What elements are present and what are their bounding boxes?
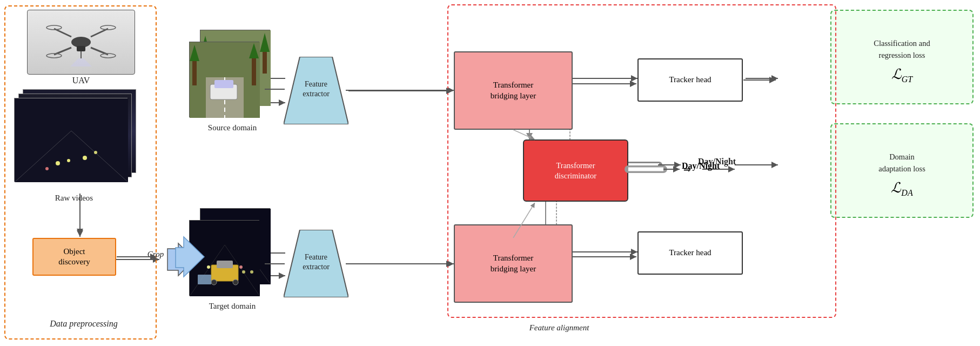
svg-point-39 — [94, 151, 97, 154]
raw-videos-label: Raw videos — [12, 194, 136, 203]
svg-point-81 — [250, 270, 253, 274]
data-preprocessing-label: Data preprocessing — [22, 319, 146, 329]
uav-image — [27, 10, 135, 75]
svg-rect-45 — [263, 49, 267, 74]
source-domain-images — [189, 30, 267, 119]
svg-rect-32 — [15, 98, 128, 182]
target-domain-images — [189, 208, 267, 297]
svg-text:extractor: extractor — [303, 90, 330, 98]
feature-extractor-top: Feature extractor — [284, 57, 348, 124]
source-domain-label: Source domain — [189, 123, 276, 132]
svg-point-35 — [56, 161, 60, 165]
target-domain-label: Target domain — [189, 302, 276, 311]
diagram-container: Data preprocessing UAV — [0, 0, 980, 346]
svg-rect-74 — [217, 261, 233, 268]
svg-point-38 — [83, 156, 87, 160]
uav-label: UAV — [27, 76, 135, 85]
feature-extractor-bottom: Feature extractor — [284, 230, 348, 297]
domain-adaptation-box: Domainadaptation loss ℒDA — [830, 123, 974, 218]
svg-point-76 — [233, 280, 238, 285]
svg-point-75 — [211, 280, 217, 285]
svg-rect-54 — [252, 56, 256, 85]
svg-point-77 — [207, 265, 210, 269]
svg-point-37 — [45, 167, 49, 170]
svg-text:Feature: Feature — [305, 253, 327, 261]
crop-label: Crop — [139, 250, 172, 259]
svg-rect-70 — [190, 221, 260, 296]
svg-text:Feature: Feature — [305, 80, 327, 88]
svg-rect-57 — [214, 80, 233, 88]
feature-alignment-label: Feature alignment — [492, 323, 627, 332]
svg-point-36 — [67, 159, 70, 162]
classification-loss-box: Classification andregression loss ℒGT — [830, 10, 974, 104]
svg-rect-29 — [77, 46, 85, 51]
day-night-text: Day/Night — [682, 161, 720, 171]
svg-point-80 — [242, 270, 245, 274]
svg-marker-31 — [70, 58, 92, 66]
svg-text:extractor: extractor — [303, 263, 330, 271]
svg-rect-52 — [192, 58, 197, 85]
svg-point-78 — [239, 265, 243, 269]
svg-rect-79 — [198, 275, 211, 284]
raw-videos-stack — [12, 89, 142, 189]
object-discovery-block: Objectdiscovery — [32, 238, 116, 276]
feature-alignment-section — [447, 4, 836, 318]
